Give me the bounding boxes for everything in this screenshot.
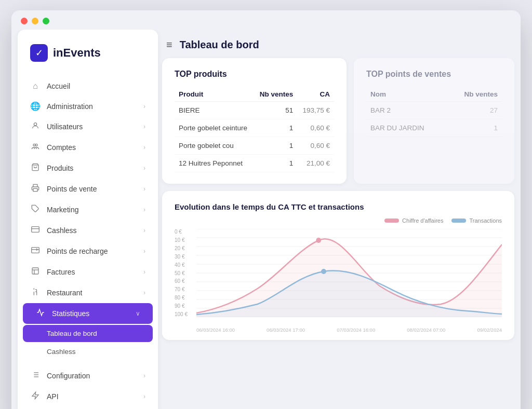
sidebar-item-label: API [47,392,137,401]
user-icon [30,121,41,132]
svg-point-0 [34,123,36,126]
logo-icon: ✓ [30,44,48,62]
sidebar-item-statistiques[interactable]: Statistiques ∨ [23,303,153,324]
sidebar-item-label: Restaurant [47,289,137,297]
sidebar-item-produits[interactable]: Produits › [18,158,158,179]
svg-rect-4 [33,188,37,191]
chevron-right-icon: › [143,372,145,379]
logo-text: inEvents [53,46,101,60]
sidebar-item-api[interactable]: API › [18,386,158,407]
ventes-cell: 51 [254,102,297,119]
sidebar-item-factures[interactable]: Factures › [18,262,158,282]
sidebar-item-cashless[interactable]: Cashless › [18,220,158,241]
app-window: ✓ inEvents ⌂ Accueil 🌐 Administration › … [11,10,521,409]
fork-icon [30,288,41,298]
top-products-table: Produit Nb ventes CA BIERE 51 193,75 € [175,87,334,172]
table-row: BAR 2 27 [366,102,502,119]
produit-cell: 12 Huitres Peponnet [175,155,254,172]
svg-rect-10 [32,268,38,274]
ca-cell: 21,00 € [297,155,334,172]
top-products-title: TOP produits [175,70,334,79]
col-nom: Nom [366,87,447,102]
legend-tx-dot [451,219,466,223]
col-produit: Produit [175,87,254,102]
svg-rect-8 [32,248,39,253]
invoice-icon [30,267,41,277]
group-icon [30,142,41,153]
sidebar-item-label: Points de vente [47,185,137,193]
ca-cell: 193,75 € [297,102,334,119]
chevron-right-icon: › [143,268,145,276]
chevron-right-icon: › [143,165,145,172]
svg-rect-6 [32,227,39,233]
nom-cell: BAR 2 [366,102,447,119]
sidebar-item-label: Utilisateurs [47,122,137,131]
chevron-right-icon: › [143,206,145,213]
top-products-card: TOP produits Produit Nb ventes CA [162,58,347,184]
sidebar-item-points-recharge[interactable]: Points de recharge › [18,241,158,262]
chart-wrapper: 100 € 90 € 80 € 70 € 60 € 50 € 40 € 30 €… [175,229,502,333]
chevron-right-icon: › [143,123,145,130]
page-title: Tableau de bord [180,39,259,51]
sidebar-item-administration[interactable]: 🌐 Administration › [18,96,158,116]
home-icon: ⌂ [30,81,41,91]
api-icon [30,391,41,402]
table-row: BAR DU JARDIN 1 [366,119,502,137]
sidebar-item-label: Factures [47,268,137,276]
chart-x-axis: 06/03/2024 16:00 06/03/2024 17:00 07/03/… [196,327,502,333]
content-area: TOP produits Produit Nb ventes CA [162,58,514,340]
sidebar-item-utilisateurs[interactable]: Utilisateurs › [18,116,158,137]
col-ca: CA [297,87,334,102]
sidebar-subitem-cashless[interactable]: Cashless [18,343,158,360]
close-button[interactable] [21,18,28,24]
chevron-right-icon: › [143,103,145,110]
sidebar-item-label: Comptes [47,143,137,152]
menu-icon[interactable]: ≡ [166,39,172,51]
main-content: ≡ Tableau de bord TOP produits Produit N… [158,30,521,409]
col-nb-ventes: Nb ventes [447,87,502,102]
topbar: ≡ Tableau de bord [162,36,514,58]
legend-transactions: Transactions [451,217,502,224]
tag-icon [30,204,41,215]
chevron-down-icon: ∨ [136,310,140,317]
nom-cell: BAR DU JARDIN [366,119,447,137]
sidebar-item-label: Cashless [47,226,137,235]
top-ventes-title: TOP points de ventes [366,70,502,79]
legend-ca-label: Chiffre d'affaires [402,217,443,224]
svg-point-35 [316,238,321,243]
sidebar-subitem-tableau-de-bord[interactable]: Tableau de bord [23,325,153,342]
ca-cell: 0,60 € [297,137,334,155]
col-nb-ventes: Nb ventes [254,87,297,102]
sub-item-label: Cashless [47,348,76,356]
ventes-cell: 1 [447,119,502,137]
chart-title: Evolution dans le temps du CA TTC et tra… [175,202,502,211]
produit-cell: Porte gobelet ceinture [175,119,254,137]
card-icon [30,225,41,236]
top-ventes-table: Nom Nb ventes BAR 2 27 BAR DU [366,87,502,137]
table-row: BIERE 51 193,75 € [175,102,334,119]
maximize-button[interactable] [43,18,49,24]
svg-marker-22 [32,392,38,399]
legend-ca-dot [384,219,399,223]
chevron-right-icon: › [143,289,145,296]
sidebar-item-accueil[interactable]: ⌂ Accueil [18,76,158,96]
sidebar: ✓ inEvents ⌂ Accueil 🌐 Administration › … [18,30,158,409]
chart-card: Evolution dans le temps du CA TTC et tra… [162,191,514,340]
sidebar-item-label: Configuration [47,372,137,380]
sidebar-item-points-vente[interactable]: Points de vente › [18,179,158,199]
svg-point-34 [321,269,326,274]
sidebar-item-marketing[interactable]: Marketing › [18,199,158,220]
produit-cell: Porte gobelet cou [175,137,254,155]
svg-point-2 [35,144,37,146]
sidebar-item-configuration[interactable]: Configuration › [18,365,158,386]
globe-icon: 🌐 [30,101,41,111]
sidebar-item-restaurant[interactable]: Restaurant › [18,282,158,303]
minimize-button[interactable] [32,18,38,24]
chevron-right-icon: › [143,144,145,151]
sub-item-label: Tableau de bord [47,330,97,337]
sidebar-item-comptes[interactable]: Comptes › [18,137,158,158]
table-row: Porte gobelet ceinture 1 0,60 € [175,119,334,137]
table-row: Porte gobelet cou 1 0,60 € [175,137,334,155]
cart-icon [30,163,41,173]
ventes-cell: 27 [447,102,502,119]
